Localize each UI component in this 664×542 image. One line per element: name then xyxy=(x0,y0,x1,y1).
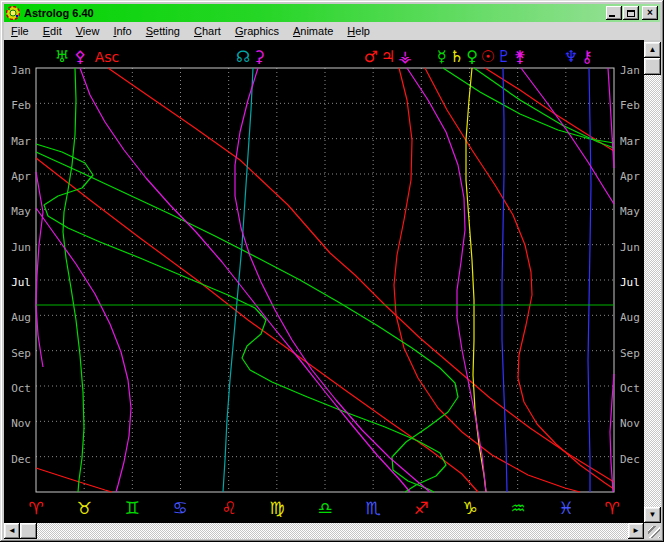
month-label-left: Apr xyxy=(11,170,31,183)
horizontal-scrollbar: ◄ ► xyxy=(4,523,644,539)
month-label-left: Oct xyxy=(11,382,31,395)
month-label-left: Jul xyxy=(11,276,31,289)
sun-marker-icon: ☉ xyxy=(481,47,495,66)
juno-marker-icon: ⚵ xyxy=(514,47,526,66)
aquarius-sign-icon: ♒ xyxy=(510,498,525,518)
menu-view[interactable]: View xyxy=(69,23,107,39)
saturn-marker-icon: ♄ xyxy=(450,47,464,66)
minimize-icon xyxy=(609,15,615,17)
series-mercury xyxy=(36,144,446,492)
series-chiron xyxy=(608,68,614,168)
vertical-scroll-thumb[interactable] xyxy=(644,58,661,75)
neptune-marker-icon: ♆ xyxy=(564,47,578,66)
series-venus xyxy=(474,68,614,148)
scroll-up-button[interactable]: ▲ xyxy=(644,42,661,58)
month-label-right: Nov xyxy=(620,417,640,430)
menu-setting[interactable]: Setting xyxy=(139,23,187,39)
title-bar: Astrolog 6.40 × xyxy=(4,4,660,22)
scorpio-sign-icon: ♏ xyxy=(365,498,380,518)
series-vesta xyxy=(407,68,486,492)
month-label-right: Jan xyxy=(620,64,640,77)
gemini-sign-icon: ♊ xyxy=(124,498,139,518)
pallas-marker-icon: ⚴ xyxy=(74,47,86,66)
scroll-down-icon: ▼ xyxy=(649,511,657,519)
scroll-left-icon: ◄ xyxy=(8,527,16,535)
month-label-right: Aug xyxy=(620,311,640,324)
month-label-right: Dec xyxy=(620,453,640,466)
scroll-left-button[interactable]: ◄ xyxy=(4,523,20,539)
ascendant-marker-icon: Asc xyxy=(95,49,120,65)
window-title: Astrolog 6.40 xyxy=(24,7,605,19)
app-window: Astrolog 6.40 × File Edit View Info Sett… xyxy=(0,0,664,542)
series-venus xyxy=(36,152,458,492)
series-juno xyxy=(521,68,614,204)
leo-sign-icon: ♌ xyxy=(221,498,236,518)
month-label-left: Jan xyxy=(11,64,31,77)
month-label-left: Dec xyxy=(11,453,31,466)
minimize-button[interactable] xyxy=(606,6,622,20)
capricorn-sign-icon: ♑ xyxy=(462,498,477,518)
series-ascendant xyxy=(108,68,614,482)
libra-sign-icon: ♎ xyxy=(317,498,332,518)
month-label-left: May xyxy=(11,205,31,218)
series-ascendant xyxy=(36,468,112,492)
menu-info[interactable]: Info xyxy=(106,23,138,39)
scroll-right-icon: ► xyxy=(632,527,640,535)
pisces-sign-icon: ♓ xyxy=(558,498,573,518)
taurus-sign-icon: ♉ xyxy=(76,498,91,518)
series-mars xyxy=(425,68,614,489)
series-sun xyxy=(36,158,478,492)
series-juno xyxy=(36,208,131,492)
month-label-right: Mar xyxy=(620,135,640,148)
aries-sign-icon: ♈ xyxy=(28,498,43,518)
scrollbar-corner xyxy=(644,523,661,539)
horizontal-scroll-track[interactable] xyxy=(37,523,628,539)
month-label-right: Apr xyxy=(620,170,640,183)
series-chiron xyxy=(36,172,43,367)
horizontal-scroll-thumb[interactable] xyxy=(20,523,37,539)
aries-wrap-sign-icon: ♈ xyxy=(604,498,619,518)
month-label-left: Sep xyxy=(11,347,31,360)
sagittarius-sign-icon: ♐ xyxy=(413,498,428,518)
menu-graphics[interactable]: Graphics xyxy=(228,23,286,39)
north-node-marker-icon: ☊ xyxy=(236,47,250,66)
menu-chart[interactable]: Chart xyxy=(187,23,228,39)
menu-file[interactable]: File xyxy=(4,23,36,39)
virgo-sign-icon: ♍ xyxy=(269,498,284,518)
scroll-up-icon: ▲ xyxy=(649,46,657,54)
series-chiron xyxy=(610,374,614,492)
month-label-right: Oct xyxy=(620,382,640,395)
mercury-marker-icon: ☿ xyxy=(437,47,447,66)
resize-grip[interactable] xyxy=(648,526,660,538)
menu-animate[interactable]: Animate xyxy=(286,23,340,39)
pluto-marker-icon: ♇ xyxy=(497,47,511,66)
month-label-right: Feb xyxy=(620,99,640,112)
mars-marker-icon: ♂ xyxy=(364,47,378,66)
chiron-marker-icon: ⚷ xyxy=(581,47,593,66)
vertical-scrollbar: ▲ ▼ xyxy=(644,42,661,523)
menu-bar: File Edit View Info Setting Chart Graphi… xyxy=(4,22,660,40)
month-label-left: Jun xyxy=(11,241,31,254)
scroll-down-button[interactable]: ▼ xyxy=(644,507,661,523)
maximize-icon xyxy=(627,10,635,17)
month-label-left: Nov xyxy=(11,417,31,430)
maximize-button[interactable] xyxy=(623,6,639,20)
menu-edit[interactable]: Edit xyxy=(36,23,69,39)
month-label-right: Jul xyxy=(620,276,640,289)
jupiter-marker-icon: ♃ xyxy=(381,47,395,66)
scroll-right-button[interactable]: ► xyxy=(628,523,644,539)
cancer-sign-icon: ♋ xyxy=(172,498,187,518)
vertical-scroll-track[interactable] xyxy=(644,75,661,507)
uranus-marker-icon: ♅ xyxy=(55,47,69,66)
vesta-marker-icon: ⚶ xyxy=(398,47,412,66)
month-label-right: Sep xyxy=(620,347,640,360)
ephemeris-chart: JanJanFebFebMarMarAprAprMayMayJunJunJulJ… xyxy=(4,40,644,523)
month-label-right: May xyxy=(620,205,640,218)
month-label-left: Mar xyxy=(11,135,31,148)
menu-help[interactable]: Help xyxy=(340,23,377,39)
venus-marker-icon: ♀ xyxy=(466,47,478,66)
close-button[interactable]: × xyxy=(642,6,658,20)
ceres-marker-icon: ⚳ xyxy=(253,47,265,66)
close-icon: × xyxy=(647,8,653,18)
month-label-left: Aug xyxy=(11,311,31,324)
